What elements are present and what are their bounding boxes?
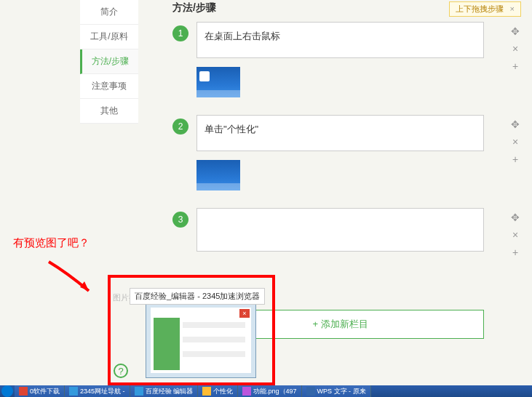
- move-icon[interactable]: ✥: [509, 25, 521, 37]
- preview-row: [183, 322, 245, 328]
- remove-icon[interactable]: ×: [509, 136, 521, 148]
- step-text-input[interactable]: [196, 208, 484, 252]
- add-icon[interactable]: +: [509, 246, 521, 258]
- preview-row: [183, 351, 245, 357]
- arrow-icon: [45, 258, 103, 302]
- remove-icon[interactable]: ×: [509, 229, 521, 241]
- sidebar-item-tools[interactable]: 工具/原料: [80, 25, 138, 49]
- move-icon[interactable]: ✥: [509, 212, 521, 223]
- sidebar-item-other[interactable]: 其他: [80, 99, 138, 124]
- step-image-thumb[interactable]: [196, 160, 240, 191]
- preview-inner: ×: [151, 308, 251, 373]
- annotation-text: 有预览图了吧？: [13, 236, 90, 250]
- sidebar: 简介 工具/原料 方法/步骤 注意事项 其他: [80, 0, 138, 124]
- taskbar: 0软件下载 2345网址导航 - 百度经验 编辑器 个性化 功能.png（497…: [0, 385, 532, 397]
- taskbar-item[interactable]: 个性化: [198, 385, 238, 397]
- sidebar-item-steps[interactable]: 方法/步骤: [80, 49, 138, 74]
- app-icon: [202, 387, 211, 396]
- preview-sidebar: [154, 318, 180, 370]
- sidebar-item-notes[interactable]: 注意事项: [80, 74, 138, 99]
- close-icon[interactable]: ×: [239, 309, 250, 318]
- taskbar-item[interactable]: 功能.png（497: [238, 385, 302, 397]
- taskbar-preview-thumb[interactable]: ×: [146, 302, 256, 378]
- add-icon[interactable]: +: [509, 153, 521, 165]
- section-title: 方法/步骤: [164, 1, 532, 15]
- app-icon: [69, 387, 78, 396]
- step-number: 2: [172, 119, 188, 135]
- step-controls: ✥ × +: [509, 25, 521, 72]
- start-button[interactable]: [1, 385, 13, 397]
- add-icon[interactable]: +: [509, 60, 521, 72]
- step-number: 1: [172, 25, 188, 41]
- app-icon: [19, 387, 28, 396]
- move-icon[interactable]: ✥: [509, 119, 521, 130]
- step-1: 1 在桌面上右击鼠标 ✥ × +: [164, 22, 532, 100]
- help-icon[interactable]: ?: [114, 364, 128, 378]
- step-2: 2 单击"个性化" ✥ × +: [164, 115, 532, 193]
- app-icon: [306, 387, 315, 396]
- taskbar-item[interactable]: 2345网址导航 -: [65, 385, 130, 397]
- step-controls: ✥ × +: [509, 119, 521, 165]
- step-number: 3: [172, 212, 188, 228]
- step-text-input[interactable]: 单击"个性化": [196, 115, 484, 151]
- step-3: 3 ✥ × +: [164, 208, 532, 252]
- preview-row: [183, 337, 245, 342]
- taskbar-item[interactable]: 0软件下载: [15, 385, 65, 397]
- app-icon: [242, 387, 251, 396]
- step-text-input[interactable]: 在桌面上右击鼠标: [196, 22, 484, 58]
- preview-tooltip: 百度经验_编辑器 - 2345加速浏览器: [130, 288, 265, 305]
- app-icon: [135, 387, 143, 396]
- taskbar-item[interactable]: 百度经验 编辑器: [130, 385, 199, 397]
- taskbar-item[interactable]: WPS 文字 - 原来: [302, 385, 371, 397]
- step-image-thumb[interactable]: [196, 67, 240, 97]
- remove-icon[interactable]: ×: [509, 43, 521, 55]
- sidebar-item-intro[interactable]: 简介: [80, 0, 138, 25]
- step-controls: ✥ × +: [509, 212, 521, 258]
